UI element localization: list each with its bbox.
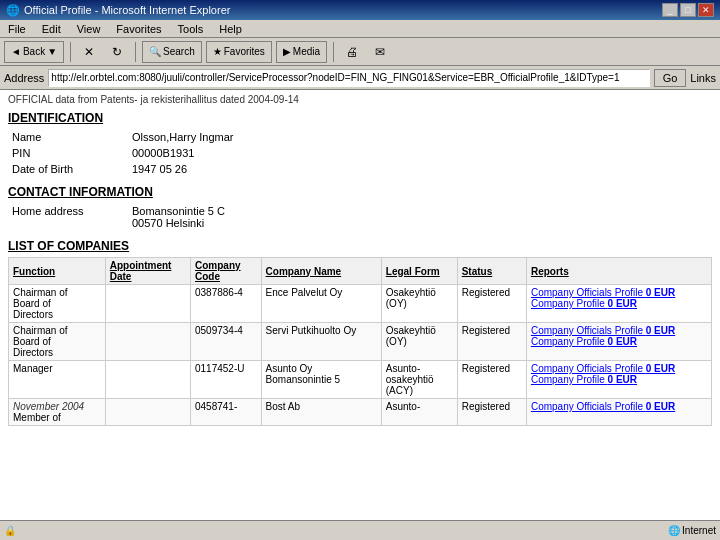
company-profile-link-1[interactable]: Company Profile 0 EUR xyxy=(531,298,707,309)
menu-tools[interactable]: Tools xyxy=(174,23,208,35)
favorites-button[interactable]: ★ Favorites xyxy=(206,41,272,63)
menu-favorites[interactable]: Favorites xyxy=(112,23,165,35)
contact-table: Home address Bomansonintie 5 C00570 Hels… xyxy=(8,203,712,231)
search-button[interactable]: 🔍 Search xyxy=(142,41,202,63)
legal-form-cell: Asunto- xyxy=(381,399,457,426)
close-button[interactable]: ✕ xyxy=(698,3,714,17)
th-reports: Reports xyxy=(526,258,711,285)
search-icon: 🔍 xyxy=(149,46,161,57)
address-label: Address xyxy=(4,72,44,84)
contact-title: CONTACT INFORMATION xyxy=(8,185,712,199)
th-status: Status xyxy=(457,258,526,285)
company-name-cell: Bost Ab xyxy=(261,399,381,426)
company-name-cell: Ence Palvelut Oy xyxy=(261,285,381,323)
company-officials-profile-link-4[interactable]: Company Officials Profile 0 EUR xyxy=(531,401,707,412)
table-row: November 2004 Member of 0458741- Bost Ab… xyxy=(9,399,712,426)
menu-edit[interactable]: Edit xyxy=(38,23,65,35)
legal-form-cell: Osakeyhtiö(OY) xyxy=(381,323,457,361)
appointment-date-cell xyxy=(105,285,190,323)
dob-row: Date of Birth 1947 05 26 xyxy=(8,161,712,177)
company-officials-profile-link-3[interactable]: Company Officials Profile 0 EUR xyxy=(531,363,707,374)
appointment-date-cell xyxy=(105,399,190,426)
function-cell: Chairman ofBoard ofDirectors xyxy=(9,285,106,323)
th-function: Function xyxy=(9,258,106,285)
address-bar: Address Go Links xyxy=(0,66,720,90)
company-officials-profile-link-2[interactable]: Company Officials Profile 0 EUR xyxy=(531,325,707,336)
name-row: Name Olsson,Harry Ingmar xyxy=(8,129,712,145)
reports-cell: Company Officials Profile 0 EUR Company … xyxy=(526,323,711,361)
company-name-cell: Servi Putkihuolto Oy xyxy=(261,323,381,361)
toolbar: ◄ Back ▼ ✕ ↻ 🔍 Search ★ Favorites ▶ Medi… xyxy=(0,38,720,66)
name-value: Olsson,Harry Ingmar xyxy=(128,129,712,145)
company-officials-profile-link-1[interactable]: Company Officials Profile 0 EUR xyxy=(531,287,707,298)
company-profile-link-3[interactable]: Company Profile 0 EUR xyxy=(531,374,707,385)
refresh-button[interactable]: ↻ xyxy=(105,41,129,63)
reports-cell: Company Officials Profile 0 EUR Company … xyxy=(526,285,711,323)
reports-cell: Company Officials Profile 0 EUR Company … xyxy=(526,361,711,399)
home-address-value: Bomansonintie 5 C00570 Helsinki xyxy=(128,203,712,231)
reports-cell: Company Officials Profile 0 EUR xyxy=(526,399,711,426)
pin-value: 00000B1931 xyxy=(128,145,712,161)
maximize-button[interactable]: □ xyxy=(680,3,696,17)
home-address-label: Home address xyxy=(8,203,128,231)
content-area[interactable]: OFFICIAL data from Patents- ja rekisteri… xyxy=(0,90,720,520)
status-cell: Registered xyxy=(457,285,526,323)
minimize-button[interactable]: _ xyxy=(662,3,678,17)
company-code-cell: 0117452-U xyxy=(191,361,262,399)
content-wrapper: OFFICIAL data from Patents- ja rekisteri… xyxy=(0,90,720,520)
company-code-cell: 0458741- xyxy=(191,399,262,426)
status-internet: 🌐 Internet xyxy=(668,525,716,536)
links-label: Links xyxy=(690,72,716,84)
pin-label: PIN xyxy=(8,145,128,161)
function-cell: Manager xyxy=(9,361,106,399)
mail-button[interactable]: ✉ xyxy=(368,41,392,63)
pin-row: PIN 00000B1931 xyxy=(8,145,712,161)
identification-title: IDENTIFICATION xyxy=(8,111,712,125)
function-cell: Chairman ofBoard ofDirectors xyxy=(9,323,106,361)
internet-globe-icon: 🌐 xyxy=(668,525,680,536)
back-dropdown-icon: ▼ xyxy=(47,46,57,57)
stop-button[interactable]: ✕ xyxy=(77,41,101,63)
dob-value: 1947 05 26 xyxy=(128,161,712,177)
identification-table: Name Olsson,Harry Ingmar PIN 00000B1931 … xyxy=(8,129,712,177)
star-icon: ★ xyxy=(213,46,222,57)
toolbar-separator-1 xyxy=(70,42,71,62)
companies-table: Function AppointmentDate CompanyCode Com… xyxy=(8,257,712,426)
list-title: LIST OF COMPANIES xyxy=(8,239,712,253)
dob-label: Date of Birth xyxy=(8,161,128,177)
table-row: Chairman ofBoard ofDirectors 0387886-4 E… xyxy=(9,285,712,323)
address-input[interactable] xyxy=(48,69,649,87)
toolbar-separator-2 xyxy=(135,42,136,62)
menu-help[interactable]: Help xyxy=(215,23,246,35)
print-button[interactable]: 🖨 xyxy=(340,41,364,63)
title-bar-left: 🌐 Official Profile - Microsoft Internet … xyxy=(6,4,230,17)
back-button[interactable]: ◄ Back ▼ xyxy=(4,41,64,63)
internet-label: Internet xyxy=(682,525,716,536)
company-code-cell: 0509734-4 xyxy=(191,323,262,361)
table-row: Chairman ofBoard ofDirectors 0509734-4 S… xyxy=(9,323,712,361)
th-company-code: CompanyCode xyxy=(191,258,262,285)
november-note: November 2004 xyxy=(13,401,84,412)
media-button[interactable]: ▶ Media xyxy=(276,41,327,63)
company-name-cell: Asunto OyBomansonintie 5 xyxy=(261,361,381,399)
title-bar-buttons[interactable]: _ □ ✕ xyxy=(662,3,714,17)
th-company-name: Company Name xyxy=(261,258,381,285)
go-button[interactable]: Go xyxy=(654,69,687,87)
toolbar-separator-3 xyxy=(333,42,334,62)
function-cell: November 2004 Member of xyxy=(9,399,106,426)
appointment-date-cell xyxy=(105,323,190,361)
status-cell: Registered xyxy=(457,323,526,361)
company-profile-link-2[interactable]: Company Profile 0 EUR xyxy=(531,336,707,347)
name-label: Name xyxy=(8,129,128,145)
status-bar: 🔒 🌐 Internet xyxy=(0,520,720,540)
window-title: Official Profile - Microsoft Internet Ex… xyxy=(24,4,230,16)
media-icon: ▶ xyxy=(283,46,291,57)
menu-view[interactable]: View xyxy=(73,23,105,35)
legal-form-cell: Asunto-osakeyhtiö(ACY) xyxy=(381,361,457,399)
companies-table-header: Function AppointmentDate CompanyCode Com… xyxy=(9,258,712,285)
table-row: Manager 0117452-U Asunto OyBomansonintie… xyxy=(9,361,712,399)
menu-file[interactable]: File xyxy=(4,23,30,35)
th-legal-form: Legal Form xyxy=(381,258,457,285)
appointment-date-cell xyxy=(105,361,190,399)
th-appointment-date: AppointmentDate xyxy=(105,258,190,285)
